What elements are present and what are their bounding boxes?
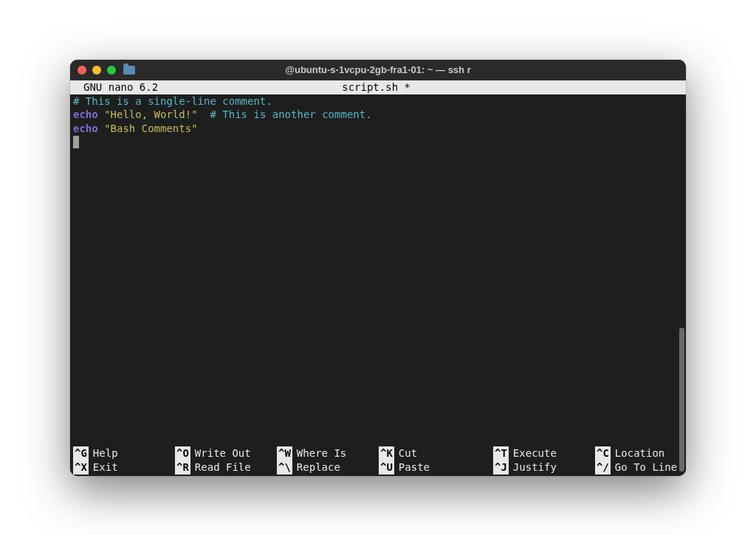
- shortcut-label: Where Is: [292, 446, 346, 460]
- shortcut-row: ^GHelp ^OWrite Out ^WWhere Is ^KCut ^TEx…: [73, 446, 683, 460]
- shortcut-label: Replace: [292, 460, 340, 474]
- shortcut-row: ^XExit ^RRead File ^\Replace ^UPaste ^JJ…: [73, 460, 683, 474]
- window-titlebar: @ubuntu-s-1vcpu-2gb-fra1-01: ~ — ssh r: [70, 60, 686, 80]
- minimize-icon[interactable]: [92, 66, 101, 75]
- string-text: "Hello, World!": [104, 108, 197, 120]
- traffic-lights: [78, 66, 116, 75]
- editor-content[interactable]: # This is a single-line comment. echo "H…: [70, 94, 686, 446]
- terminal-body[interactable]: GNU nano 6.2 script.sh * # This is a sin…: [70, 80, 686, 476]
- shortcut-label: Location: [611, 446, 664, 460]
- shortcut-key: ^G: [73, 446, 89, 460]
- shortcut-label: Paste: [394, 460, 430, 474]
- code-line: [73, 136, 683, 150]
- shortcut-key: ^J: [493, 460, 509, 474]
- string-text: "Bash Comments": [104, 122, 197, 134]
- shortcut-key: ^U: [379, 460, 394, 474]
- shortcut-paste[interactable]: ^UPaste: [379, 460, 493, 474]
- shortcut-key: ^R: [175, 460, 190, 474]
- shortcut-key: ^\: [277, 460, 292, 474]
- nano-filename: script.sh *: [158, 80, 594, 94]
- code-line: echo "Bash Comments": [73, 122, 683, 136]
- scrollbar-thumb[interactable]: [679, 328, 684, 472]
- nano-header: GNU nano 6.2 script.sh *: [70, 80, 686, 94]
- terminal-window: @ubuntu-s-1vcpu-2gb-fra1-01: ~ — ssh r G…: [70, 60, 686, 476]
- shortcut-replace[interactable]: ^\Replace: [277, 460, 379, 474]
- maximize-icon[interactable]: [107, 66, 116, 75]
- cursor: [73, 136, 79, 148]
- shortcut-key: ^O: [175, 446, 190, 460]
- shortcut-read-file[interactable]: ^RRead File: [175, 460, 277, 474]
- shortcut-key: ^/: [595, 460, 611, 474]
- shortcut-key: ^K: [379, 446, 394, 460]
- code-line: # This is a single-line comment.: [73, 94, 683, 108]
- shortcut-location[interactable]: ^CLocation: [595, 446, 664, 460]
- shortcut-label: Justify: [509, 460, 557, 474]
- shortcut-help[interactable]: ^GHelp: [73, 446, 175, 460]
- shortcut-execute[interactable]: ^TExecute: [493, 446, 595, 460]
- shortcut-label: Read File: [190, 460, 251, 474]
- shortcut-go-to-line[interactable]: ^/Go To Line: [595, 460, 677, 474]
- shortcut-key: ^W: [277, 446, 292, 460]
- keyword-text: echo: [73, 122, 98, 134]
- shortcut-key: ^T: [493, 446, 509, 460]
- shortcut-key: ^X: [73, 460, 89, 474]
- code-line: echo "Hello, World!" # This is another c…: [73, 108, 683, 122]
- shortcut-label: Cut: [394, 446, 417, 460]
- shortcut-justify[interactable]: ^JJustify: [493, 460, 595, 474]
- nano-footer: ^GHelp ^OWrite Out ^WWhere Is ^KCut ^TEx…: [70, 446, 686, 476]
- shortcut-label: Execute: [509, 446, 557, 460]
- shortcut-key: ^C: [595, 446, 611, 460]
- folder-icon: [123, 66, 135, 75]
- comment-text: # This is a single-line comment.: [73, 95, 272, 107]
- keyword-text: echo: [73, 108, 98, 120]
- close-icon[interactable]: [78, 66, 86, 75]
- shortcut-where-is[interactable]: ^WWhere Is: [277, 446, 379, 460]
- shortcut-label: Write Out: [190, 446, 251, 460]
- shortcut-label: Help: [89, 446, 118, 460]
- shortcut-label: Exit: [89, 460, 118, 474]
- window-title: @ubuntu-s-1vcpu-2gb-fra1-01: ~ — ssh r: [285, 64, 470, 75]
- shortcut-label: Go To Line: [611, 460, 677, 474]
- shortcut-cut[interactable]: ^KCut: [379, 446, 493, 460]
- shortcut-write-out[interactable]: ^OWrite Out: [175, 446, 277, 460]
- nano-version: GNU nano 6.2: [73, 80, 158, 94]
- comment-text: # This is another comment.: [210, 108, 371, 120]
- shortcut-exit[interactable]: ^XExit: [73, 460, 175, 474]
